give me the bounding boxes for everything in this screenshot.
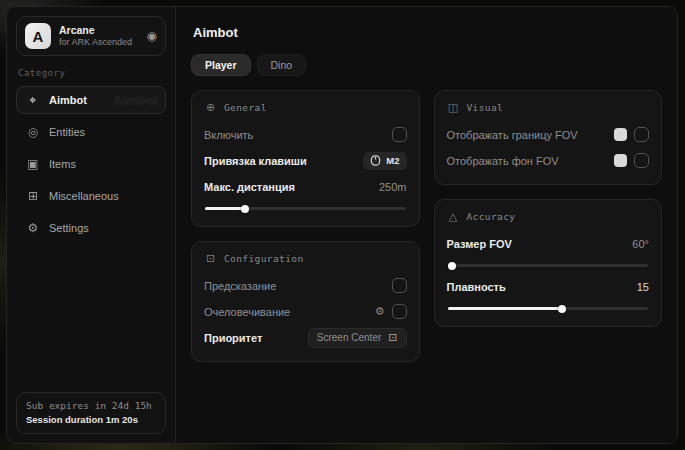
fov-size-slider[interactable]	[448, 264, 649, 267]
main-content: Aimbot Player Dino ⊕ General Включить	[176, 7, 677, 443]
accuracy-card-icon: △	[447, 210, 460, 223]
max-distance-value: 250m	[379, 181, 407, 193]
smoothness-value: 15	[637, 281, 649, 293]
enable-checkbox[interactable]	[392, 127, 407, 142]
smoothness-label: Плавность	[447, 281, 506, 293]
visual-card: ◫ Visual Отображать границу FOV Отобража…	[434, 90, 663, 185]
screen-icon: ⊡	[388, 331, 397, 344]
configuration-card-title: Configuration	[224, 253, 304, 264]
page-title: Aimbot	[193, 25, 662, 40]
fov-border-checkbox[interactable]	[634, 127, 649, 142]
sidebar-item-entities[interactable]: ◎ Entities	[16, 118, 166, 146]
accuracy-card: △ Accuracy Размер FOV 60° Плавность	[434, 199, 663, 327]
fov-border-color-swatch[interactable]	[614, 128, 627, 141]
tab-dino[interactable]: Dino	[257, 54, 307, 76]
gear-icon: ⚙	[26, 221, 40, 235]
configuration-card: ⊡ Configuration Предсказание Очеловечива…	[191, 241, 420, 362]
active-item-watermark: Aimbot	[113, 93, 158, 108]
slider-thumb[interactable]	[448, 262, 456, 270]
sub-expires-text: Sub expires in 24d 15h	[26, 399, 156, 413]
prediction-checkbox[interactable]	[392, 278, 407, 293]
enable-label: Включить	[204, 129, 253, 141]
mouse-icon	[370, 155, 381, 166]
sidebar: A Arcane for ARK Ascended ◉ Category ⌖ A…	[7, 7, 176, 443]
session-duration-text: Session duration 1m 20s	[26, 413, 156, 427]
general-card: ⊕ General Включить Привязка клавиши	[191, 90, 420, 227]
fov-bg-checkbox[interactable]	[634, 153, 649, 168]
category-label: Category	[18, 68, 164, 78]
fov-border-label: Отображать границу FOV	[447, 129, 578, 141]
tab-bar: Player Dino	[191, 54, 662, 76]
sidebar-item-label: Settings	[49, 222, 89, 234]
smoothness-slider[interactable]	[448, 307, 649, 310]
scan-icon: ◎	[26, 125, 40, 139]
priority-select[interactable]: Screen Center ⊡	[308, 328, 407, 348]
brand-text: Arcane for ARK Ascended	[59, 24, 139, 48]
crosshair-icon: ⌖	[26, 93, 40, 107]
sidebar-item-items[interactable]: ▣ Items	[16, 150, 166, 178]
humanization-checkbox[interactable]	[392, 304, 407, 319]
app-logo: A	[25, 23, 51, 49]
sidebar-item-aimbot[interactable]: ⌖ Aimbot Aimbot	[16, 86, 166, 114]
slider-thumb[interactable]	[558, 305, 566, 313]
tab-player[interactable]: Player	[191, 54, 251, 76]
keybind-value: M2	[386, 155, 399, 166]
max-distance-label: Макс. дистанция	[204, 181, 295, 193]
fov-size-label: Размер FOV	[447, 238, 512, 250]
fov-size-value: 60°	[632, 238, 649, 250]
max-distance-slider[interactable]	[205, 207, 406, 210]
priority-label: Приоритет	[204, 332, 262, 344]
keybind-label: Привязка клавиши	[204, 155, 307, 167]
humanization-label: Очеловечивание	[204, 306, 290, 318]
keybind-button[interactable]: M2	[363, 152, 406, 170]
sidebar-item-settings[interactable]: ⚙ Settings	[16, 214, 166, 242]
prediction-label: Предсказание	[204, 280, 276, 292]
sidebar-item-label: Miscellaneous	[49, 190, 119, 202]
sidebar-item-label: Items	[49, 158, 76, 170]
stream-settings-icon[interactable]: ◉	[147, 29, 157, 43]
app-window: A Arcane for ARK Ascended ◉ Category ⌖ A…	[6, 6, 678, 444]
brand-card: A Arcane for ARK Ascended ◉	[16, 16, 166, 56]
grid-icon: ⊞	[26, 189, 40, 203]
configuration-card-icon: ⊡	[204, 252, 217, 265]
fov-bg-label: Отображать фон FOV	[447, 155, 559, 167]
humanization-settings-icon[interactable]: ⚙	[375, 305, 385, 318]
fov-bg-color-swatch[interactable]	[614, 154, 627, 167]
sidebar-item-miscellaneous[interactable]: ⊞ Miscellaneous	[16, 182, 166, 210]
subscription-status-card: Sub expires in 24d 15h Session duration …	[16, 392, 166, 435]
slider-thumb[interactable]	[241, 205, 249, 213]
box-icon: ▣	[26, 157, 40, 171]
sidebar-nav: ⌖ Aimbot Aimbot ◎ Entities ▣ Items ⊞ Mis…	[16, 86, 166, 242]
visual-card-title: Visual	[467, 102, 504, 113]
general-card-icon: ⊕	[204, 101, 217, 114]
accuracy-card-title: Accuracy	[467, 211, 516, 222]
sidebar-item-label: Aimbot	[49, 94, 87, 106]
app-subtitle: for ARK Ascended	[59, 37, 139, 48]
sidebar-item-label: Entities	[49, 126, 85, 138]
app-name: Arcane	[59, 24, 139, 37]
general-card-title: General	[224, 102, 267, 113]
priority-value: Screen Center	[317, 332, 381, 343]
visual-card-icon: ◫	[447, 101, 460, 114]
